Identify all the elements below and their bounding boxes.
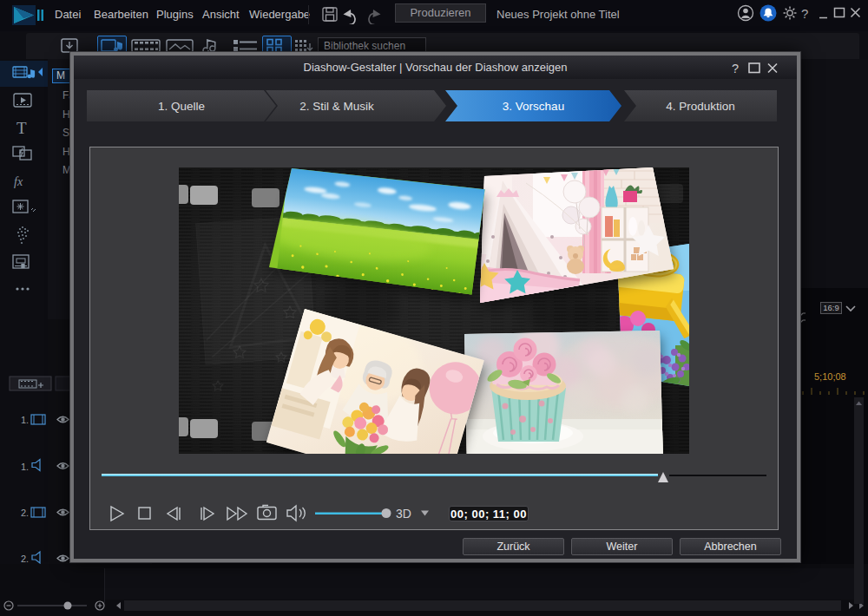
svg-text:2.: 2.	[21, 508, 29, 518]
svg-text:T: T	[16, 119, 27, 137]
svg-text:1.: 1.	[21, 415, 29, 425]
svg-text:?: ?	[801, 6, 808, 21]
svg-text:?: ?	[732, 62, 739, 75]
svg-text:1.: 1.	[21, 462, 29, 472]
svg-text:2.: 2.	[21, 554, 29, 564]
svg-text:3D: 3D	[396, 507, 411, 521]
svg-text:fx: fx	[14, 175, 23, 188]
